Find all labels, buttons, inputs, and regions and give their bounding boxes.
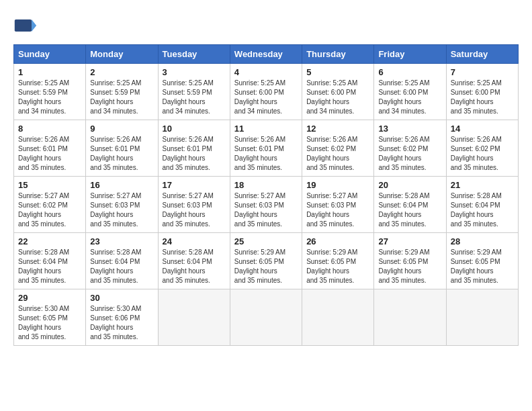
calendar-cell: 21 Sunrise: 5:28 AM Sunset: 6:04 PM Dayl… [446, 177, 518, 233]
calendar-cell [374, 289, 446, 346]
calendar-cell: 7 Sunrise: 5:25 AM Sunset: 6:00 PM Dayli… [446, 64, 518, 120]
day-number: 16 [90, 180, 153, 190]
logo [13, 13, 42, 38]
day-number: 1 [18, 67, 81, 77]
calendar-cell: 18 Sunrise: 5:27 AM Sunset: 6:03 PM Dayl… [230, 177, 302, 233]
calendar-cell: 26 Sunrise: 5:29 AM Sunset: 6:05 PM Dayl… [302, 233, 374, 289]
calendar-cell: 16 Sunrise: 5:27 AM Sunset: 6:03 PM Dayl… [86, 177, 158, 233]
day-info: Sunrise: 5:25 AM Sunset: 6:00 PM Dayligh… [378, 79, 441, 116]
calendar-cell: 30 Sunrise: 5:30 AM Sunset: 6:06 PM Dayl… [86, 289, 158, 346]
day-info: Sunrise: 5:29 AM Sunset: 6:05 PM Dayligh… [378, 248, 441, 285]
calendar-cell [158, 289, 230, 346]
day-number: 13 [378, 124, 441, 134]
calendar-week-5: 29 Sunrise: 5:30 AM Sunset: 6:05 PM Dayl… [14, 289, 519, 346]
svg-rect-0 [15, 19, 32, 32]
day-number: 2 [90, 67, 153, 77]
calendar-cell: 24 Sunrise: 5:28 AM Sunset: 6:04 PM Dayl… [158, 233, 230, 289]
calendar-cell: 3 Sunrise: 5:25 AM Sunset: 5:59 PM Dayli… [158, 64, 230, 120]
calendar-cell: 1 Sunrise: 5:25 AM Sunset: 5:59 PM Dayli… [14, 64, 86, 120]
calendar-cell [230, 289, 302, 346]
day-info: Sunrise: 5:29 AM Sunset: 6:05 PM Dayligh… [306, 248, 369, 285]
day-info: Sunrise: 5:26 AM Sunset: 6:02 PM Dayligh… [378, 135, 441, 173]
day-number: 12 [306, 124, 369, 134]
day-info: Sunrise: 5:30 AM Sunset: 6:05 PM Dayligh… [18, 304, 81, 342]
day-number: 26 [306, 236, 369, 246]
calendar-cell: 28 Sunrise: 5:29 AM Sunset: 6:05 PM Dayl… [446, 233, 518, 289]
calendar-cell: 19 Sunrise: 5:27 AM Sunset: 6:03 PM Dayl… [302, 177, 374, 233]
day-number: 8 [18, 124, 81, 134]
day-number: 30 [90, 293, 153, 303]
calendar-cell: 27 Sunrise: 5:29 AM Sunset: 6:05 PM Dayl… [374, 233, 446, 289]
day-info: Sunrise: 5:27 AM Sunset: 6:03 PM Dayligh… [234, 191, 298, 229]
day-number: 23 [90, 236, 153, 246]
calendar-week-4: 22 Sunrise: 5:28 AM Sunset: 6:04 PM Dayl… [14, 233, 519, 289]
calendar-cell: 22 Sunrise: 5:28 AM Sunset: 6:04 PM Dayl… [14, 233, 86, 289]
day-number: 18 [234, 180, 298, 190]
calendar-cell: 14 Sunrise: 5:26 AM Sunset: 6:02 PM Dayl… [446, 120, 518, 177]
calendar-header-row: SundayMondayTuesdayWednesdayThursdayFrid… [14, 45, 519, 64]
day-info: Sunrise: 5:26 AM Sunset: 6:01 PM Dayligh… [234, 135, 298, 173]
day-info: Sunrise: 5:29 AM Sunset: 6:05 PM Dayligh… [234, 248, 298, 285]
day-info: Sunrise: 5:30 AM Sunset: 6:06 PM Dayligh… [90, 304, 153, 342]
calendar-cell: 6 Sunrise: 5:25 AM Sunset: 6:00 PM Dayli… [374, 64, 446, 120]
calendar-cell [302, 289, 374, 346]
day-number: 3 [163, 67, 226, 77]
day-info: Sunrise: 5:27 AM Sunset: 6:03 PM Dayligh… [306, 191, 369, 229]
day-info: Sunrise: 5:25 AM Sunset: 5:59 PM Dayligh… [163, 79, 226, 116]
day-number: 4 [234, 67, 298, 77]
calendar-cell: 15 Sunrise: 5:27 AM Sunset: 6:02 PM Dayl… [14, 177, 86, 233]
calendar-cell: 2 Sunrise: 5:25 AM Sunset: 5:59 PM Dayli… [86, 64, 158, 120]
calendar-cell: 9 Sunrise: 5:26 AM Sunset: 6:01 PM Dayli… [86, 120, 158, 177]
day-info: Sunrise: 5:28 AM Sunset: 6:04 PM Dayligh… [90, 248, 153, 285]
calendar-cell: 5 Sunrise: 5:25 AM Sunset: 6:00 PM Dayli… [302, 64, 374, 120]
calendar-cell: 4 Sunrise: 5:25 AM Sunset: 6:00 PM Dayli… [230, 64, 302, 120]
day-info: Sunrise: 5:26 AM Sunset: 6:01 PM Dayligh… [18, 135, 81, 173]
day-number: 19 [306, 180, 369, 190]
day-number: 20 [378, 180, 441, 190]
svg-marker-1 [32, 19, 36, 32]
day-number: 9 [90, 124, 153, 134]
day-header-saturday: Saturday [446, 45, 518, 64]
day-info: Sunrise: 5:25 AM Sunset: 6:00 PM Dayligh… [451, 79, 514, 116]
day-header-thursday: Thursday [302, 45, 374, 64]
day-number: 7 [451, 67, 514, 77]
day-info: Sunrise: 5:26 AM Sunset: 6:02 PM Dayligh… [306, 135, 369, 173]
day-header-wednesday: Wednesday [230, 45, 302, 64]
day-number: 11 [234, 124, 298, 134]
day-number: 29 [18, 293, 81, 303]
day-header-tuesday: Tuesday [158, 45, 230, 64]
day-number: 27 [378, 236, 441, 246]
day-number: 24 [163, 236, 226, 246]
day-header-monday: Monday [86, 45, 158, 64]
logo-icon [13, 13, 38, 38]
day-number: 28 [451, 236, 514, 246]
day-number: 15 [18, 180, 81, 190]
day-info: Sunrise: 5:26 AM Sunset: 6:01 PM Dayligh… [90, 135, 153, 173]
day-number: 22 [18, 236, 81, 246]
calendar-cell: 8 Sunrise: 5:26 AM Sunset: 6:01 PM Dayli… [14, 120, 86, 177]
calendar-cell: 12 Sunrise: 5:26 AM Sunset: 6:02 PM Dayl… [302, 120, 374, 177]
day-info: Sunrise: 5:25 AM Sunset: 5:59 PM Dayligh… [18, 79, 81, 116]
day-info: Sunrise: 5:28 AM Sunset: 6:04 PM Dayligh… [378, 191, 441, 229]
calendar-cell: 20 Sunrise: 5:28 AM Sunset: 6:04 PM Dayl… [374, 177, 446, 233]
day-info: Sunrise: 5:25 AM Sunset: 6:00 PM Dayligh… [234, 79, 298, 116]
day-info: Sunrise: 5:25 AM Sunset: 5:59 PM Dayligh… [90, 79, 153, 116]
calendar-cell: 13 Sunrise: 5:26 AM Sunset: 6:02 PM Dayl… [374, 120, 446, 177]
day-info: Sunrise: 5:29 AM Sunset: 6:05 PM Dayligh… [451, 248, 514, 285]
day-info: Sunrise: 5:27 AM Sunset: 6:02 PM Dayligh… [18, 191, 81, 229]
day-info: Sunrise: 5:25 AM Sunset: 6:00 PM Dayligh… [306, 79, 369, 116]
day-number: 14 [451, 124, 514, 134]
day-info: Sunrise: 5:28 AM Sunset: 6:04 PM Dayligh… [18, 248, 81, 285]
calendar-week-3: 15 Sunrise: 5:27 AM Sunset: 6:02 PM Dayl… [14, 177, 519, 233]
day-number: 25 [234, 236, 298, 246]
calendar-cell [446, 289, 518, 346]
day-header-friday: Friday [374, 45, 446, 64]
page-header [13, 13, 519, 38]
calendar-cell: 29 Sunrise: 5:30 AM Sunset: 6:05 PM Dayl… [14, 289, 86, 346]
day-number: 5 [306, 67, 369, 77]
calendar-cell: 25 Sunrise: 5:29 AM Sunset: 6:05 PM Dayl… [230, 233, 302, 289]
calendar-week-2: 8 Sunrise: 5:26 AM Sunset: 6:01 PM Dayli… [14, 120, 519, 177]
calendar-cell: 10 Sunrise: 5:26 AM Sunset: 6:01 PM Dayl… [158, 120, 230, 177]
day-info: Sunrise: 5:26 AM Sunset: 6:01 PM Dayligh… [163, 135, 226, 173]
day-header-sunday: Sunday [14, 45, 86, 64]
